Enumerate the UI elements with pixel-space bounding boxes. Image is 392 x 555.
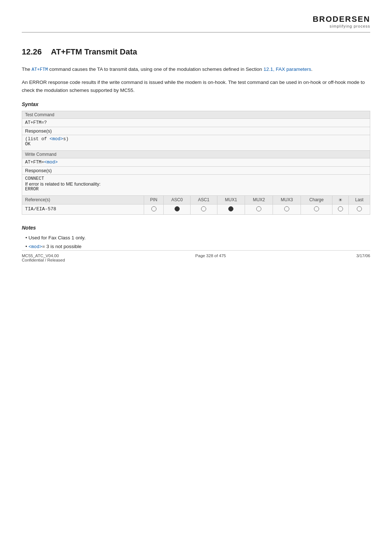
footer-confidential: Confidential / Released (22, 258, 65, 262)
ref-col2-header: ASC0 (171, 197, 183, 202)
section-title: 12.26 AT+FTM Transmit Data (22, 47, 370, 57)
write-command-text: AT+FTM=<mod> (25, 160, 58, 165)
test-command-label: Test Command (25, 112, 54, 117)
sun-icon: ☀ (338, 197, 343, 203)
write-response-label: Response(s) (25, 168, 52, 173)
circle-last (357, 206, 362, 211)
logo-text: BRODERSEN (313, 15, 370, 24)
write-command-row: AT+FTM=<mod> (22, 158, 370, 167)
page-header: BRODERSEN simplifying process (22, 11, 370, 33)
footer-page: Page 328 of 475 (195, 254, 226, 262)
paragraph-2: An ERROR response code results if the wr… (22, 78, 370, 94)
write-response-error-text: If error is related to ME functionality: (25, 181, 367, 187)
section-title-text: AT+FTM Transmit Data (51, 47, 137, 56)
write-response-header-row: Response(s) (22, 167, 370, 175)
test-response-label: Response(s) (25, 128, 52, 134)
logo: BRODERSEN simplifying process (313, 15, 370, 28)
circle-mux3 (284, 206, 289, 211)
ref-col7-header: Charge (309, 197, 323, 202)
circle-sun (338, 206, 343, 211)
ref-col5-header: MUX2 (253, 197, 265, 202)
syntax-label: Syntax (22, 101, 370, 107)
ref-row-col0: TIA/EIA-578 (25, 206, 56, 212)
test-response-line2: OK (25, 142, 367, 147)
write-command-label: Write Command (25, 152, 56, 157)
circle-charge (314, 206, 319, 211)
circle-mux2 (256, 206, 261, 211)
ref-col0-header: Reference(s) (25, 197, 50, 202)
circle-asc0 (175, 206, 180, 211)
syntax-table: Test Command AT+FTM=? Response(s) (list … (22, 111, 370, 215)
notes-list: Used for Fax Class 1 only. <mod>= 3 is n… (22, 234, 370, 251)
footer-doc-id: MC55_ATC_V04.00 (22, 254, 65, 258)
footer-date: 3/17/06 (356, 254, 370, 262)
para1-suffix: . (311, 66, 313, 72)
ref-col4-header: MUX1 (225, 197, 237, 202)
section-link[interactable]: 12.1, FAX parameters (264, 66, 311, 72)
write-command-header-row: Write Command (22, 151, 370, 158)
reference-header-row: Reference(s) PIN ASC0 ASC1 MUX1 MUX2 MUX… (22, 196, 370, 204)
section-number: 12.26 (22, 47, 42, 56)
reference-data-row: TIA/EIA-578 (22, 204, 370, 215)
command-link[interactable]: AT+FTM (32, 67, 48, 72)
test-response-line1: (list of <mod>s) (25, 137, 367, 142)
page-footer: MC55_ATC_V04.00 Confidential / Released … (22, 250, 370, 262)
test-command-header-row: Test Command (22, 111, 370, 119)
para1-middle: command causes the TA to transmit data, … (48, 66, 264, 72)
logo-tagline: simplifying process (330, 24, 370, 28)
ref-col1-header: PIN (150, 197, 158, 202)
ref-col3-header: ASC1 (198, 197, 209, 202)
note-item-1: Used for Fax Class 1 only. (25, 234, 370, 242)
test-command-text: AT+FTM=? (25, 120, 47, 125)
notes-label: Notes (22, 225, 370, 231)
circle-pin (151, 206, 156, 211)
ref-col9-header: Last (355, 197, 364, 202)
paragraph-1: The AT+FTM command causes the TA to tran… (22, 65, 370, 73)
para1-prefix: The (22, 66, 32, 72)
ref-col6-header: MUX3 (281, 197, 293, 202)
circle-asc1 (201, 206, 206, 211)
write-response-error: ERROR (25, 187, 367, 192)
test-response-header-row: Response(s) (22, 127, 370, 135)
test-command-row: AT+FTM=? (22, 119, 370, 127)
write-response-row: CONNECT If error is related to ME functi… (22, 175, 370, 196)
test-response-row: (list of <mod>s) OK (22, 135, 370, 151)
footer-left: MC55_ATC_V04.00 Confidential / Released (22, 254, 65, 262)
write-response-connect: CONNECT (25, 176, 367, 181)
circle-mux1 (228, 206, 233, 211)
